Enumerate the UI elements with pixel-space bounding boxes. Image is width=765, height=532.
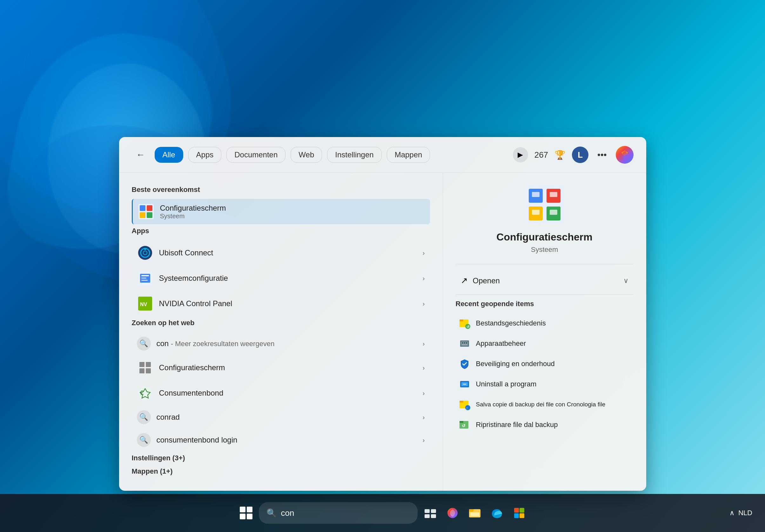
con-search-item[interactable]: 🔍 con - Meer zoekresultaten weergeven › <box>132 332 430 355</box>
svg-rect-31 <box>550 210 557 215</box>
systeemconfiguratie-item[interactable]: Systeemconfiguratie › <box>132 266 430 291</box>
svg-rect-59 <box>514 508 519 513</box>
bestandsgeschiedenis-label: Bestandsgeschiedenis <box>476 319 546 327</box>
chevron-up-icon[interactable]: ∧ <box>729 509 735 517</box>
svg-rect-20 <box>146 368 151 374</box>
tab-mappen[interactable]: Mappen <box>387 147 430 163</box>
systeemconfiguratie-icon <box>137 270 153 286</box>
config-web-icon <box>137 360 153 376</box>
consumentenbond-login-chevron-icon: › <box>423 436 425 444</box>
backup-icon: ↑ <box>458 398 471 411</box>
svg-rect-52 <box>431 509 436 513</box>
svg-rect-54 <box>431 514 436 518</box>
apparaatbeheer-label: Apparaatbeheer <box>476 340 526 348</box>
tab-apps[interactable]: Apps <box>188 147 222 163</box>
svg-rect-1 <box>140 205 146 211</box>
svg-rect-30 <box>532 210 539 215</box>
expand-chevron-icon[interactable]: ∨ <box>623 277 628 285</box>
play-button[interactable]: ▶ <box>513 147 528 162</box>
ubisoft-text: Ubisoft Connect <box>159 248 417 257</box>
tab-documenten[interactable]: Documenten <box>227 147 286 163</box>
conrad-name: conrad <box>157 413 417 421</box>
copilot-icon[interactable] <box>616 146 633 164</box>
svg-rect-61 <box>514 513 519 518</box>
tab-instellingen[interactable]: Instellingen <box>327 147 382 163</box>
svg-rect-12 <box>141 278 146 279</box>
svg-rect-29 <box>550 192 557 197</box>
ubisoft-name: Ubisoft Connect <box>159 248 417 257</box>
user-avatar[interactable]: L <box>572 146 588 163</box>
systeemconfiguratie-name: Systeemconfiguratie <box>159 274 417 283</box>
consumentenbond-chevron-icon: › <box>423 390 425 397</box>
restore-icon: ↺ <box>458 418 471 431</box>
svg-rect-33 <box>459 320 463 321</box>
nvidia-text: NVIDIA Control Panel <box>159 299 417 308</box>
conrad-item[interactable]: 🔍 conrad › <box>132 406 430 428</box>
edge-button[interactable] <box>487 503 506 522</box>
svg-rect-2 <box>147 205 152 211</box>
beveiliging-label: Beveiliging en onderhoud <box>476 360 555 368</box>
apps-section-title: Apps <box>132 227 430 235</box>
svg-rect-18 <box>146 362 151 367</box>
back-button[interactable]: ← <box>132 146 150 164</box>
recent-item-4[interactable]: ↑ Salva copie di backup dei file con Cro… <box>456 394 633 414</box>
best-match-item[interactable]: Configuratiescherm Systeem <box>132 199 430 224</box>
copilot-taskbar-button[interactable] <box>443 503 462 522</box>
best-match-subtitle: Systeem <box>160 212 425 220</box>
svg-point-8 <box>144 248 146 250</box>
ubisoft-connect-item[interactable]: Ubisoft Connect › <box>132 240 430 266</box>
config-web-text: Configuratiescherm <box>159 363 417 372</box>
svg-rect-40 <box>466 342 467 344</box>
detail-app-name: Configuratiescherm <box>456 231 633 243</box>
beveiliging-icon <box>458 358 471 370</box>
search-right-panel: Configuratiescherm Systeem ↗ Openen ∨ Re… <box>443 173 646 491</box>
svg-text:↺: ↺ <box>466 325 469 329</box>
trophy-icon: 🏆 <box>554 150 565 160</box>
restore-label: Ripristinare file dal backup <box>476 421 558 429</box>
recent-item-1[interactable]: Apparaatbeheer <box>456 333 633 354</box>
svg-rect-28 <box>532 192 539 197</box>
search-icon-2: 🔍 <box>137 410 151 424</box>
nvidia-item[interactable]: NV NVIDIA Control Panel › <box>132 291 430 316</box>
svg-rect-49 <box>459 421 463 423</box>
conrad-chevron-icon: › <box>423 414 425 421</box>
recent-item-0[interactable]: ↺ Bestandsgeschiedenis <box>456 313 633 333</box>
recent-item-2[interactable]: Beveiliging en onderhoud <box>456 354 633 374</box>
search-icon-1: 🔍 <box>137 337 151 351</box>
language-indicator[interactable]: NLD <box>738 509 752 517</box>
taskbar-center: 🔍 <box>237 502 529 524</box>
recent-item-5[interactable]: ↺ Ripristinare file dal backup <box>456 414 633 435</box>
open-icon: ↗ <box>461 276 468 286</box>
recent-item-3[interactable]: Uninstall a program <box>456 374 633 394</box>
svg-rect-39 <box>464 342 465 344</box>
open-action[interactable]: ↗ Openen ∨ <box>456 272 633 289</box>
task-view-button[interactable] <box>421 503 440 522</box>
result-count: 267 <box>534 150 548 160</box>
search-icon-3: 🔍 <box>137 433 151 447</box>
file-explorer-button[interactable] <box>465 503 484 522</box>
svg-rect-3 <box>140 212 146 218</box>
bestandsgeschiedenis-icon: ↺ <box>458 317 471 330</box>
consumentenbond-login-text: consumentenbond login <box>157 435 417 444</box>
consumentenbond-icon: € <box>137 385 153 401</box>
detail-app-subtitle: Systeem <box>456 246 633 254</box>
svg-rect-4 <box>147 212 152 218</box>
svg-rect-38 <box>462 342 463 344</box>
tab-alle[interactable]: Alle <box>155 147 183 163</box>
consumentenbond-login-item[interactable]: 🔍 consumentenbond login › <box>132 428 430 451</box>
more-button[interactable]: ••• <box>595 147 609 162</box>
config-web-item[interactable]: Configuratiescherm › <box>132 355 430 381</box>
systeemconfiguratie-text: Systeemconfiguratie <box>159 274 417 283</box>
consumentenbond-item[interactable]: € Consumentenbond › <box>132 381 430 406</box>
best-match-text: Configuratiescherm Systeem <box>160 204 425 220</box>
config-web-chevron-icon: › <box>423 364 425 372</box>
tab-web[interactable]: Web <box>291 147 322 163</box>
start-button[interactable] <box>237 503 256 522</box>
windows-icon <box>240 507 253 519</box>
configuratiescherm-icon <box>138 203 154 220</box>
taskbar-search-input[interactable] <box>281 508 410 518</box>
store-button[interactable] <box>510 503 529 522</box>
search-panel: ← Alle Apps Documenten Web Instellingen … <box>119 137 646 491</box>
svg-rect-62 <box>519 513 524 518</box>
taskbar-search[interactable]: 🔍 <box>259 502 417 524</box>
